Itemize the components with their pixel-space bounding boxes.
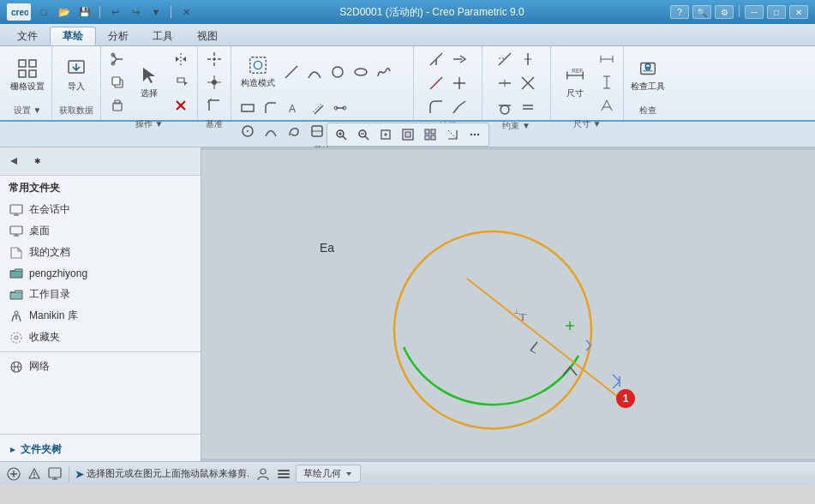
sketch-sm4-btn[interactable] [306, 120, 328, 142]
open-btn[interactable]: 📂 [57, 4, 72, 20]
scale-btn[interactable] [448, 96, 470, 118]
group-settings-label[interactable]: 设置 ▼ [9, 103, 46, 118]
arc-btn[interactable] [303, 61, 326, 83]
intersect-btn[interactable] [448, 72, 470, 94]
equal-btn[interactable] [517, 96, 539, 118]
spline-btn[interactable] [373, 61, 395, 83]
svg-text:T: T [519, 310, 526, 323]
zoom-fit-btn[interactable] [375, 125, 396, 144]
inspect-tools-btn[interactable]: 检查工具 [629, 51, 667, 99]
dim-sm2-btn[interactable] [596, 71, 618, 93]
svg-text:creo: creo [11, 8, 28, 17]
group-inspect-content: 检查工具 [629, 48, 667, 103]
canvas[interactable]: T ┴ [201, 147, 815, 461]
tangent-btn[interactable] [494, 96, 516, 118]
sidebar-pin-btn[interactable]: ✱ [27, 150, 49, 172]
center-circle-btn[interactable] [237, 120, 259, 142]
minimize-btn[interactable]: ─ [745, 5, 764, 19]
trim-btn[interactable] [425, 48, 447, 70]
orient-btn[interactable] [442, 125, 463, 144]
copy-btn[interactable] [106, 71, 129, 93]
cut-btn[interactable] [106, 48, 129, 70]
new-btn[interactable]: □ [36, 4, 51, 20]
coincident-btn[interactable] [494, 48, 516, 70]
coord-btn[interactable] [203, 94, 225, 117]
select-btn[interactable]: 选择 [130, 58, 168, 106]
search-btn[interactable]: 🔍 [692, 5, 711, 19]
vertical-btn[interactable] [517, 48, 539, 70]
point-btn[interactable] [203, 71, 225, 93]
tab-analysis[interactable]: 分析 [96, 27, 141, 45]
chamfer-btn[interactable] [260, 97, 282, 119]
import-btn[interactable]: 导入 [57, 51, 95, 99]
status-person-icon[interactable] [255, 465, 272, 483]
close-window-btn[interactable]: ✕ [178, 4, 194, 20]
mirror-btn[interactable] [170, 48, 192, 70]
sidebar-item-workdir[interactable]: 工作目录 [0, 284, 201, 305]
dim-sm3-btn[interactable] [596, 94, 618, 117]
ellipse-btn[interactable] [350, 61, 372, 83]
tab-view[interactable]: 视图 [185, 27, 230, 45]
circle-btn[interactable] [327, 61, 349, 83]
center-line-btn[interactable] [203, 48, 225, 70]
ribbon-tabs: 文件 草绘 分析 工具 视图 [0, 24, 815, 46]
sidebar-item-desktop[interactable]: 桌面 [0, 220, 201, 242]
sidebar-item-session[interactable]: 在会话中 [0, 199, 201, 220]
delete-btn[interactable] [170, 94, 192, 117]
palette-btn[interactable] [283, 120, 305, 142]
view-more-btn[interactable] [464, 125, 485, 144]
status-config-icon[interactable] [275, 465, 292, 483]
repaint-btn[interactable] [420, 125, 440, 144]
network-icon [9, 360, 24, 374]
line-btn[interactable] [280, 61, 303, 83]
zoom-out-btn[interactable] [353, 125, 374, 144]
status-icon2[interactable] [26, 465, 43, 483]
tab-sketch[interactable]: 草绘 [50, 27, 96, 45]
tab-file[interactable]: 文件 [5, 27, 50, 45]
paste-btn[interactable] [106, 94, 129, 117]
rectangle-btn[interactable] [237, 97, 259, 119]
dimension-btn[interactable]: REF 尺寸 [556, 58, 594, 106]
undo-btn[interactable]: ↩ [107, 4, 123, 20]
grid-settings-label: 栅格设置 [10, 81, 45, 93]
group-op-label[interactable]: 操作 ▼ [106, 117, 192, 132]
maximize-btn[interactable]: □ [767, 5, 786, 19]
sketch-sm2-btn[interactable] [260, 120, 282, 142]
zoom-in-btn[interactable] [331, 125, 351, 144]
sidebar-item-pengzhiyong[interactable]: pengzhiyong [0, 263, 201, 284]
sidebar-item-network[interactable]: 网络 [0, 356, 201, 377]
group-constraint-label[interactable]: 约束 ▼ [488, 118, 545, 134]
offset-btn[interactable] [306, 97, 328, 119]
help-btn[interactable]: ? [670, 5, 689, 19]
fillet-btn[interactable] [425, 96, 447, 118]
status-icon3[interactable] [46, 465, 63, 483]
sidebar-item-mydocs[interactable]: 我的文档 [0, 242, 201, 263]
rotate-btn[interactable] [170, 71, 192, 93]
folder-tree-section[interactable]: 文件夹树 [0, 438, 201, 461]
qa-sep2 [171, 6, 171, 18]
settings-btn[interactable]: ⚙ [715, 5, 734, 19]
sidebar-item-favorites[interactable]: 收藏夹 [0, 327, 201, 348]
status-sep [69, 466, 69, 482]
status-icon1[interactable] [5, 465, 22, 483]
sidebar-item-manikin[interactable]: Manikin 库 [0, 305, 201, 327]
fit-all-btn[interactable] [398, 125, 418, 144]
grid-settings-btn[interactable]: 栅格设置 [9, 51, 46, 99]
qa-dropdown[interactable]: ▼ [148, 4, 164, 20]
perpendicular-btn[interactable] [517, 72, 539, 94]
desktop-label: 桌面 [29, 224, 50, 238]
redo-btn[interactable]: ↪ [128, 4, 143, 20]
project-btn[interactable] [329, 97, 351, 119]
divide-btn[interactable] [425, 72, 447, 94]
tab-tools[interactable]: 工具 [141, 27, 185, 45]
sidebar-back-btn[interactable] [3, 150, 25, 172]
text-btn[interactable]: A [283, 97, 305, 119]
save-btn[interactable]: 💾 [77, 4, 93, 20]
group-dim-label[interactable]: 尺寸 ▼ [556, 117, 618, 132]
horizontal-btn[interactable] [494, 72, 516, 94]
dim-sm1-btn[interactable] [596, 48, 618, 70]
svg-rect-86 [425, 129, 429, 134]
extend-btn[interactable] [448, 48, 470, 70]
construct-mode-btn[interactable]: 构造模式 [237, 48, 279, 96]
close-btn[interactable]: ✕ [789, 5, 808, 19]
